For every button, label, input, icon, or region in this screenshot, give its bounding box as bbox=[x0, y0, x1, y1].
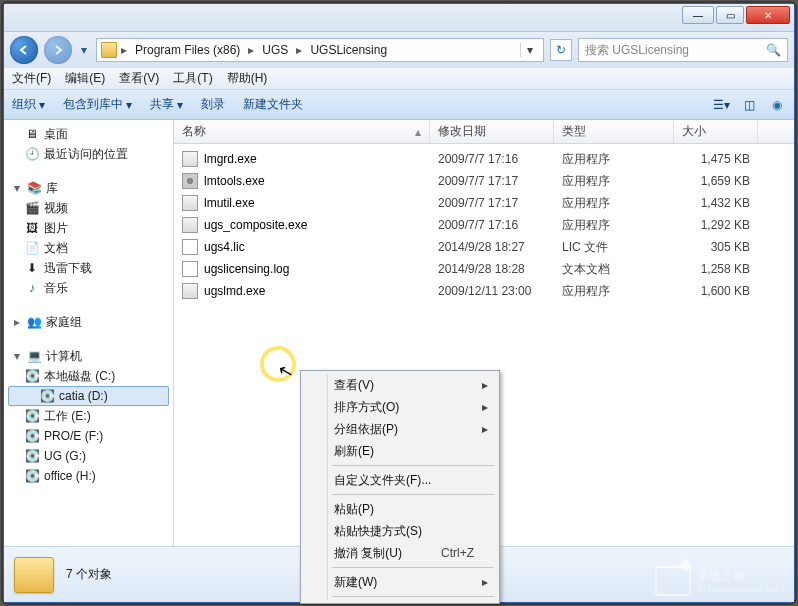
desktop-icon: 🖥 bbox=[24, 126, 40, 142]
file-row[interactable]: ugslicensing.log2014/9/28 18:28文本文档1,258… bbox=[174, 258, 794, 280]
sidebar-drive-e[interactable]: 💽工作 (E:) bbox=[4, 406, 173, 426]
collapse-icon[interactable]: ▾ bbox=[12, 349, 22, 363]
file-row[interactable]: lmgrd.exe2009/7/7 17:16应用程序1,475 KB bbox=[174, 148, 794, 170]
search-input[interactable]: 搜索 UGSLicensing 🔍 bbox=[578, 38, 788, 62]
file-icon bbox=[182, 217, 198, 233]
watermark: 系统之家 XITONGZHIJIA.NET bbox=[655, 566, 786, 596]
menu-item[interactable]: 新建(W)▸ bbox=[304, 571, 496, 593]
file-date: 2009/7/7 17:16 bbox=[430, 218, 554, 232]
submenu-arrow-icon: ▸ bbox=[482, 400, 488, 414]
collapse-icon[interactable]: ▾ bbox=[12, 181, 22, 195]
history-dropdown[interactable]: ▾ bbox=[78, 40, 90, 60]
command-bar: 组织▾ 包含到库中▾ 共享▾ 刻录 新建文件夹 ☰▾ ◫ ◉ bbox=[4, 90, 794, 120]
menu-item[interactable]: 刷新(E) bbox=[304, 440, 496, 462]
file-name: ugs_composite.exe bbox=[204, 218, 307, 232]
drive-icon: 💽 bbox=[24, 368, 40, 384]
view-options-button[interactable]: ☰▾ bbox=[712, 96, 730, 114]
sidebar-desktop[interactable]: 🖥桌面 bbox=[4, 124, 173, 144]
organize-button[interactable]: 组织▾ bbox=[12, 96, 45, 113]
file-icon bbox=[182, 261, 198, 277]
breadcrumb-item[interactable]: UGSLicensing bbox=[306, 43, 391, 57]
file-row[interactable]: ugs4.lic2014/9/28 18:27LIC 文件305 KB bbox=[174, 236, 794, 258]
expand-icon[interactable]: ▸ bbox=[12, 315, 22, 329]
sidebar-homegroup[interactable]: ▸👥家庭组 bbox=[4, 312, 173, 332]
documents-icon: 📄 bbox=[24, 240, 40, 256]
help-button[interactable]: ◉ bbox=[768, 96, 786, 114]
sidebar-pictures[interactable]: 🖼图片 bbox=[4, 218, 173, 238]
file-row[interactable]: lmtools.exe2009/7/7 17:17应用程序1,659 KB bbox=[174, 170, 794, 192]
minimize-button[interactable]: — bbox=[682, 6, 714, 24]
sidebar-computer[interactable]: ▾💻计算机 bbox=[4, 346, 173, 366]
breadcrumb-sep: ▸ bbox=[121, 43, 127, 57]
breadcrumb-item[interactable]: Program Files (x86) bbox=[131, 43, 244, 57]
menu-file[interactable]: 文件(F) bbox=[12, 70, 51, 87]
context-menu[interactable]: 查看(V)▸排序方式(O)▸分组依据(P)▸刷新(E)自定义文件夹(F)...粘… bbox=[300, 370, 500, 604]
preview-pane-button[interactable]: ◫ bbox=[740, 96, 758, 114]
sidebar-drive-f[interactable]: 💽PRO/E (F:) bbox=[4, 426, 173, 446]
computer-icon: 💻 bbox=[26, 348, 42, 364]
file-date: 2014/9/28 18:27 bbox=[430, 240, 554, 254]
file-name: lmtools.exe bbox=[204, 174, 265, 188]
drive-icon: 💽 bbox=[24, 448, 40, 464]
menu-tools[interactable]: 工具(T) bbox=[173, 70, 212, 87]
file-type: 应用程序 bbox=[554, 173, 674, 190]
file-icon bbox=[182, 173, 198, 189]
file-size: 1,292 KB bbox=[674, 218, 758, 232]
breadcrumb-item[interactable]: UGS bbox=[258, 43, 292, 57]
menu-help[interactable]: 帮助(H) bbox=[227, 70, 268, 87]
file-type: 应用程序 bbox=[554, 217, 674, 234]
sidebar-libraries[interactable]: ▾📚库 bbox=[4, 178, 173, 198]
newfolder-button[interactable]: 新建文件夹 bbox=[243, 96, 303, 113]
file-row[interactable]: ugslmd.exe2009/12/11 23:00应用程序1,600 KB bbox=[174, 280, 794, 302]
menu-item[interactable]: 排序方式(O)▸ bbox=[304, 396, 496, 418]
menu-separator bbox=[332, 596, 494, 597]
file-type: LIC 文件 bbox=[554, 239, 674, 256]
column-headers: 名称▴ 修改日期 类型 大小 bbox=[174, 120, 794, 144]
address-dropdown[interactable]: ▾ bbox=[520, 43, 539, 57]
refresh-button[interactable]: ↻ bbox=[550, 39, 572, 61]
file-size: 1,659 KB bbox=[674, 174, 758, 188]
maximize-button[interactable]: ▭ bbox=[716, 6, 744, 24]
file-icon bbox=[182, 283, 198, 299]
file-row[interactable]: lmutil.exe2009/7/7 17:17应用程序1,432 KB bbox=[174, 192, 794, 214]
sidebar-drive-d[interactable]: 💽catia (D:) bbox=[8, 386, 169, 406]
sidebar-xunlei[interactable]: ⬇迅雷下载 bbox=[4, 258, 173, 278]
col-size[interactable]: 大小 bbox=[674, 120, 758, 143]
sidebar-video[interactable]: 🎬视频 bbox=[4, 198, 173, 218]
menu-item[interactable]: 粘贴快捷方式(S) bbox=[304, 520, 496, 542]
menu-item[interactable]: 查看(V)▸ bbox=[304, 374, 496, 396]
forward-button[interactable] bbox=[44, 36, 72, 64]
breadcrumb-sep: ▸ bbox=[296, 43, 302, 57]
menu-item[interactable]: 撤消 复制(U)Ctrl+Z bbox=[304, 542, 496, 564]
menu-item[interactable]: 分组依据(P)▸ bbox=[304, 418, 496, 440]
sidebar-music[interactable]: ♪音乐 bbox=[4, 278, 173, 298]
address-bar[interactable]: ▸ Program Files (x86) ▸ UGS ▸ UGSLicensi… bbox=[96, 38, 544, 62]
include-button[interactable]: 包含到库中▾ bbox=[63, 96, 132, 113]
sidebar-drive-g[interactable]: 💽UG (G:) bbox=[4, 446, 173, 466]
file-row[interactable]: ugs_composite.exe2009/7/7 17:16应用程序1,292… bbox=[174, 214, 794, 236]
menu-bar: 文件(F) 编辑(E) 查看(V) 工具(T) 帮助(H) bbox=[4, 68, 794, 90]
sidebar-recent[interactable]: 🕘最近访问的位置 bbox=[4, 144, 173, 164]
drive-icon: 💽 bbox=[24, 408, 40, 424]
menu-item[interactable]: 自定义文件夹(F)... bbox=[304, 469, 496, 491]
menu-separator bbox=[332, 465, 494, 466]
menu-edit[interactable]: 编辑(E) bbox=[65, 70, 105, 87]
col-date[interactable]: 修改日期 bbox=[430, 120, 554, 143]
col-name[interactable]: 名称▴ bbox=[174, 120, 430, 143]
menu-view[interactable]: 查看(V) bbox=[119, 70, 159, 87]
col-type[interactable]: 类型 bbox=[554, 120, 674, 143]
navigation-pane[interactable]: 🖥桌面 🕘最近访问的位置 ▾📚库 🎬视频 🖼图片 📄文档 ⬇迅雷下载 ♪音乐 ▸… bbox=[4, 120, 174, 546]
share-button[interactable]: 共享▾ bbox=[150, 96, 183, 113]
file-date: 2009/7/7 17:17 bbox=[430, 174, 554, 188]
burn-button[interactable]: 刻录 bbox=[201, 96, 225, 113]
search-icon: 🔍 bbox=[766, 43, 781, 57]
folder-icon bbox=[14, 557, 54, 593]
sidebar-documents[interactable]: 📄文档 bbox=[4, 238, 173, 258]
drive-icon: 💽 bbox=[24, 468, 40, 484]
close-button[interactable]: ✕ bbox=[746, 6, 790, 24]
file-name: lmgrd.exe bbox=[204, 152, 257, 166]
back-button[interactable] bbox=[10, 36, 38, 64]
sidebar-drive-h[interactable]: 💽office (H:) bbox=[4, 466, 173, 486]
sidebar-drive-c[interactable]: 💽本地磁盘 (C:) bbox=[4, 366, 173, 386]
menu-item[interactable]: 粘贴(P) bbox=[304, 498, 496, 520]
